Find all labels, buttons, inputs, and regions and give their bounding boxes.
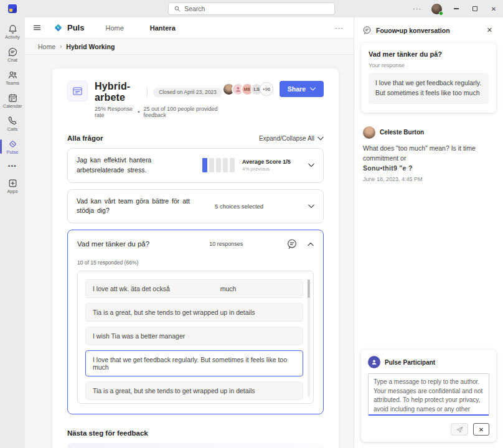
tab-hantera[interactable]: Hantera — [150, 24, 176, 32]
bell-icon — [7, 24, 18, 34]
survey-card: Hybrid-arbete Closed on April 23, 2023 2… — [52, 68, 339, 448]
response-rate: 25% Response rate — [95, 106, 134, 118]
search-icon — [174, 5, 181, 12]
presence-available-icon — [439, 11, 443, 16]
comment-text: What does "too much" mean? Is it time co… — [363, 144, 476, 162]
expand-collapse-all-button[interactable]: Expand/Collapse All — [259, 135, 324, 142]
calendar-icon — [7, 93, 18, 103]
average-score-label: Average Score 1/5 — [242, 159, 306, 165]
chevron-right-icon: › — [60, 43, 62, 50]
sidebar-more-button[interactable]: ••• — [0, 158, 25, 174]
titlebar-more-button[interactable]: ··· — [408, 5, 426, 12]
participant-avatar-stack[interactable]: MB LS +96 — [222, 82, 273, 96]
teams-sidebar: Activity Chat Teams Calendar Calls Pulse… — [0, 17, 25, 448]
apps-icon — [7, 178, 18, 189]
phone-icon — [7, 116, 18, 126]
response-row[interactable]: Tia is a great, but she tends to get wra… — [85, 381, 303, 400]
cancel-reply-button[interactable]: ✕ — [473, 423, 489, 436]
survey-form-icon — [67, 81, 88, 101]
commenter-avatar — [363, 126, 375, 139]
panel-title: Fouow•up konversation — [376, 27, 450, 34]
question-card-stress[interactable]: Jag kan effektivt hantera arbetsrelatera… — [67, 148, 324, 183]
comment-thread-item: Celeste Burton What does "too much" mean… — [361, 126, 496, 183]
question-card-open-feedback: Vad mer tänker du på? 10 responses 10 of… — [67, 230, 324, 414]
chevron-up-icon[interactable] — [308, 242, 314, 246]
comment-text-line2: Sonu•thit9 "e ? — [363, 164, 413, 172]
response-row[interactable]: I wish Tia was a better manager — [85, 327, 303, 345]
sidebar-item-calls[interactable]: Calls — [0, 112, 25, 135]
score-previous-label: 4% previous — [242, 166, 306, 172]
breadcrumb: Home › Hybrid Working — [25, 39, 354, 55]
tab-home[interactable]: Home — [105, 24, 123, 32]
your-response-card: Vad mer tänker du på? Your response I lo… — [361, 43, 496, 113]
responses-count-label: 10 responses — [209, 241, 243, 247]
response-row[interactable]: I love att wk. äta det också much — [85, 279, 303, 298]
dot-separator: • — [138, 109, 139, 115]
response-row[interactable]: Tia is a great, but she tends to get wra… — [85, 303, 303, 322]
next-steps-card: Share Share your results directly with o… — [67, 443, 324, 448]
followup-conversation-panel: Fouow•up konversation ✕ Vad mer tänker d… — [354, 17, 503, 448]
closed-status-badge: Closed on April 23, 2023 — [153, 88, 222, 97]
divider — [147, 88, 148, 96]
response-row-extra-text: much — [220, 285, 237, 292]
next-steps-heading: Nästa steg för feedback — [67, 429, 324, 437]
reply-message-input[interactable] — [368, 373, 489, 416]
sidebar-item-pulse[interactable]: Pulse — [0, 135, 25, 158]
comment-timestamp: June 18, 2023, 4:45 PM — [363, 176, 494, 182]
question-card-support[interactable]: Vad kan vårt team göra bättre för att st… — [67, 189, 324, 224]
teams-app-icon — [8, 4, 17, 13]
send-plane-icon — [456, 426, 464, 434]
app-title: Puls — [67, 23, 84, 32]
reply-card: Pulse Participant ✕ — [361, 350, 496, 442]
chat-icon — [7, 47, 18, 57]
all-questions-heading: Alla frågor — [67, 134, 103, 142]
chevron-down-icon[interactable] — [308, 163, 314, 167]
user-avatar[interactable] — [431, 4, 442, 14]
person-icon — [370, 358, 378, 366]
commenter-name: Celeste Burton — [380, 129, 424, 136]
comment-bubble-icon — [286, 238, 298, 250]
response-row-selected[interactable]: I love that we get feedback regularly. B… — [85, 350, 303, 376]
pulse-icon — [7, 139, 18, 149]
question-text: Vad mer tänker du på? — [77, 240, 149, 248]
scrollbar[interactable] — [308, 279, 310, 397]
responses-list: I love att wk. äta det också much Tia is… — [77, 271, 314, 404]
sidebar-item-activity[interactable]: Activity — [0, 20, 25, 43]
hamburger-icon — [32, 23, 42, 32]
panel-question-text: Vad mer tänker du på? — [369, 50, 489, 58]
your-response-text: I love that we get feedback regularly. B… — [369, 73, 489, 104]
score-bar — [202, 158, 235, 172]
chevron-down-icon[interactable] — [308, 204, 314, 208]
close-window-button[interactable]: ✕ — [484, 0, 503, 17]
puls-logo-icon — [53, 22, 63, 33]
sidebar-item-chat[interactable]: Chat — [0, 43, 25, 66]
app-header: Puls Home Hantera ··· — [25, 17, 354, 39]
minimize-button[interactable] — [447, 0, 466, 17]
followup-comment-button[interactable] — [286, 238, 298, 250]
share-button[interactable]: Share — [280, 81, 324, 97]
chevron-down-icon — [310, 87, 316, 91]
survey-title: Hybrid-arbete — [95, 81, 141, 103]
pulse-participant-avatar — [368, 356, 380, 368]
people-icon — [7, 70, 18, 80]
app-more-button[interactable]: ··· — [325, 24, 354, 32]
send-button[interactable] — [451, 423, 468, 436]
search-box[interactable] — [168, 2, 335, 15]
sidebar-item-calendar[interactable]: Calendar — [0, 89, 25, 112]
responded-summary: 10 of 15 responded (66%) — [77, 259, 314, 266]
hamburger-menu-button[interactable] — [25, 23, 48, 32]
maximize-button[interactable] — [466, 0, 484, 17]
breadcrumb-current: Hybrid Working — [66, 43, 115, 50]
your-response-label: Your response — [369, 62, 489, 68]
survey-content-area: Hybrid-arbete Closed on April 23, 2023 2… — [25, 55, 354, 448]
sidebar-item-apps[interactable]: Apps — [0, 174, 25, 197]
question-text: Vad kan vårt team göra bättre för att st… — [77, 197, 207, 217]
breadcrumb-home[interactable]: Home — [38, 43, 55, 50]
search-input[interactable] — [184, 5, 329, 12]
question-text: Jag kan effektivt hantera arbetsrelatera… — [77, 156, 187, 175]
close-panel-button[interactable]: ✕ — [484, 25, 495, 35]
comment-bubble-icon — [362, 26, 372, 35]
window-titlebar: ··· ✕ — [0, 0, 503, 17]
sidebar-item-teams[interactable]: Teams — [0, 66, 25, 89]
scrollbar-thumb[interactable] — [308, 279, 310, 298]
